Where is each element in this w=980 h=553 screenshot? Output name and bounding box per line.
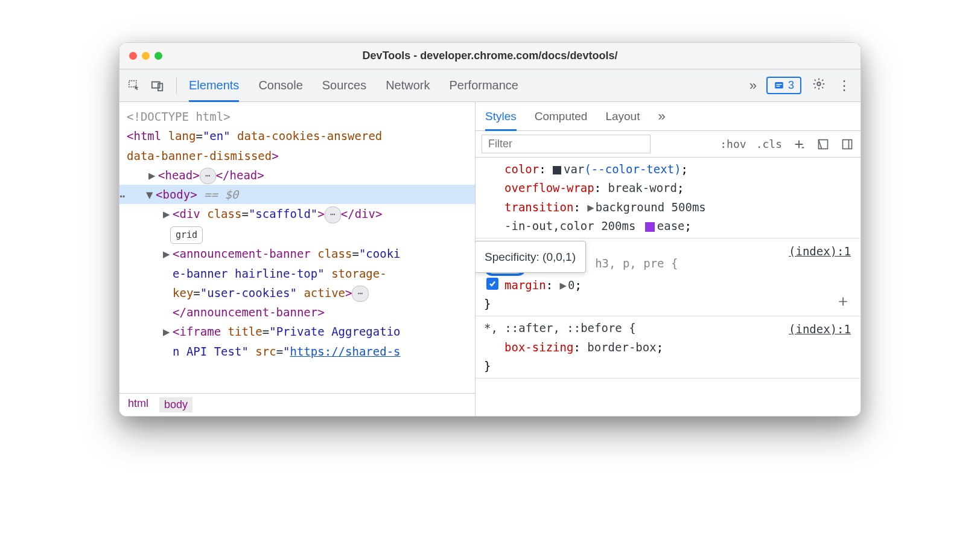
svg-point-6 — [817, 82, 821, 86]
content-area: <!DOCTYPE html> <html lang="en" data-coo… — [119, 102, 861, 416]
source-link[interactable]: (index):1 — [789, 242, 851, 261]
style-rule-3[interactable]: (index):1 *, ::after, ::before { box-siz… — [476, 316, 861, 379]
rule-close-brace: } — [484, 295, 852, 313]
filter-input[interactable] — [482, 135, 651, 153]
property-checkbox[interactable] — [486, 278, 498, 290]
window-title: DevTools - developer.chrome.com/docs/dev… — [119, 50, 861, 62]
announcement-banner-cont2: key="user-cookies" active>⋯ — [127, 283, 468, 302]
decl-transition[interactable]: transition: ▶background 500ms — [484, 198, 852, 217]
html-element[interactable]: <html lang="en" data-cookies-answered — [127, 126, 468, 145]
inspect-element-icon[interactable] — [128, 79, 141, 92]
issues-badge[interactable]: 3 — [766, 77, 801, 94]
tab-elements[interactable]: Elements — [189, 71, 239, 100]
doctype: <!DOCTYPE html> — [127, 107, 468, 126]
dom-tree[interactable]: <!DOCTYPE html> <html lang="en" data-coo… — [119, 102, 475, 393]
div-scaffold[interactable]: ▶<div class="scaffold">⋯</div> — [127, 204, 468, 223]
style-rule-1[interactable]: color: var(--color-text); overflow-wrap:… — [476, 158, 861, 238]
announcement-banner[interactable]: ▶<announcement-banner class="cooki — [127, 244, 468, 263]
traffic-lights — [129, 52, 162, 60]
grid-badge[interactable]: grid — [170, 226, 203, 245]
elements-panel: <!DOCTYPE html> <html lang="en" data-coo… — [119, 102, 476, 416]
cls-toggle[interactable]: .cls — [756, 138, 782, 150]
titlebar: DevTools - developer.chrome.com/docs/dev… — [119, 43, 861, 69]
settings-icon[interactable] — [811, 77, 827, 94]
tab-sources[interactable]: Sources — [322, 71, 366, 100]
separator — [176, 77, 177, 94]
more-sidebar-tabs-icon[interactable]: » — [658, 109, 665, 124]
more-tabs-icon[interactable]: » — [749, 78, 757, 94]
html-element-cont: data-banner-dismissed> — [127, 146, 468, 165]
decl-margin[interactable]: margin: ▶0; — [484, 276, 852, 295]
sidebar-tabs: Styles Computed Layout » — [476, 102, 861, 131]
svg-rect-0 — [129, 80, 136, 86]
body-element-selected[interactable]: ⋯▼<body> == $0 — [119, 185, 475, 204]
tab-console[interactable]: Console — [258, 71, 302, 100]
tab-layout[interactable]: Layout — [605, 104, 640, 129]
svg-rect-3 — [775, 82, 783, 89]
decl-color[interactable]: color: var(--color-text); — [484, 160, 852, 179]
tab-network[interactable]: Network — [386, 71, 430, 100]
main-toolbar: Elements Console Sources Network Perform… — [119, 69, 861, 102]
iframe-element[interactable]: ▶<iframe title="Private Aggregatio — [127, 322, 468, 341]
svg-rect-8 — [843, 139, 852, 149]
announcement-banner-cont1: e-banner hairline-top" storage- — [127, 264, 468, 283]
tab-performance[interactable]: Performance — [450, 71, 519, 100]
hov-toggle[interactable]: :hov — [720, 138, 746, 150]
minimize-window-button[interactable] — [142, 52, 150, 60]
breadcrumb: html body — [119, 393, 475, 416]
toggle-rendering-icon[interactable] — [840, 137, 854, 152]
device-toolbar-icon[interactable] — [151, 79, 164, 92]
decl-box-sizing[interactable]: box-sizing: border-box; — [484, 338, 852, 357]
iframe-cont: n API Test" src="https://shared-s — [127, 342, 468, 361]
specificity-tooltip: Specificity: (0,0,1) — [476, 241, 586, 273]
devtools-window: DevTools - developer.chrome.com/docs/dev… — [119, 42, 861, 417]
tab-styles[interactable]: Styles — [485, 104, 517, 129]
easing-editor-icon[interactable] — [645, 222, 655, 232]
styles-rules: color: var(--color-text); overflow-wrap:… — [476, 158, 861, 416]
color-swatch-icon[interactable] — [553, 166, 561, 174]
issues-count: 3 — [788, 79, 794, 92]
svg-rect-5 — [776, 86, 780, 87]
styles-filter-bar: :hov .cls — [476, 131, 861, 158]
close-window-button[interactable] — [129, 52, 137, 60]
decl-transition-cont: -in-out,color 200ms ease; — [484, 217, 852, 235]
decl-overflow-wrap[interactable]: overflow-wrap: break-word; — [484, 179, 852, 197]
zoom-window-button[interactable] — [154, 52, 162, 60]
crumb-html[interactable]: html — [128, 397, 148, 412]
issues-icon — [774, 80, 784, 91]
add-declaration-icon[interactable]: ＋ — [835, 288, 851, 314]
main-tabs: Elements Console Sources Network Perform… — [189, 71, 740, 100]
new-style-rule-icon[interactable] — [792, 137, 806, 152]
styles-panel: Styles Computed Layout » :hov .cls color… — [476, 102, 861, 416]
tab-computed[interactable]: Computed — [535, 104, 588, 129]
svg-rect-4 — [776, 84, 781, 85]
source-link[interactable]: (index):1 — [789, 320, 851, 339]
head-element[interactable]: ▶<head>⋯</head> — [127, 165, 468, 185]
more-options-icon[interactable]: ⋮ — [836, 78, 852, 94]
crumb-body[interactable]: body — [159, 397, 192, 412]
announcement-banner-close: </announcement-banner> — [127, 302, 468, 322]
rule-close-brace: } — [484, 357, 852, 376]
computed-styles-sidebar-icon[interactable] — [816, 137, 830, 152]
